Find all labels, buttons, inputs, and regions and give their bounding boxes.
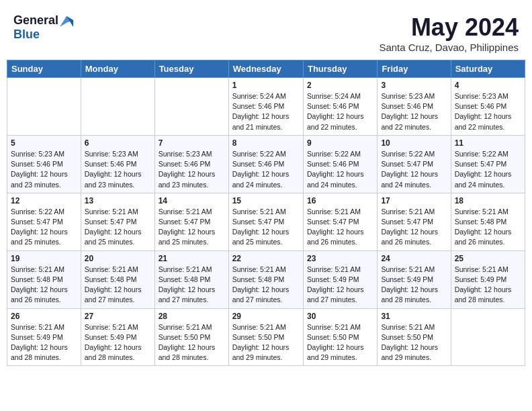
day-info: Sunrise: 5:24 AM Sunset: 5:46 PM Dayligh…: [232, 91, 300, 132]
calendar-cell: [81, 78, 154, 136]
day-number: 31: [381, 312, 447, 321]
location: Santa Cruz, Davao, Philippines: [379, 42, 519, 53]
calendar-week-row: 5Sunrise: 5:23 AM Sunset: 5:46 PM Daylig…: [7, 135, 525, 193]
calendar-cell: 2Sunrise: 5:24 AM Sunset: 5:46 PM Daylig…: [303, 78, 377, 136]
calendar-cell: 31Sunrise: 5:21 AM Sunset: 5:50 PM Dayli…: [378, 308, 451, 366]
calendar-cell: 30Sunrise: 5:21 AM Sunset: 5:50 PM Dayli…: [303, 308, 377, 366]
weekday-header: Friday: [378, 60, 451, 78]
calendar-cell: 22Sunrise: 5:21 AM Sunset: 5:48 PM Dayli…: [228, 250, 303, 308]
day-number: 25: [455, 254, 521, 263]
calendar-cell: 10Sunrise: 5:22 AM Sunset: 5:47 PM Dayli…: [378, 135, 451, 193]
weekday-header: Wednesday: [228, 60, 303, 78]
logo-bird-icon: [60, 16, 73, 27]
day-number: 16: [307, 196, 373, 205]
day-number: 3: [381, 81, 447, 90]
day-number: 30: [307, 312, 373, 321]
day-number: 11: [455, 138, 521, 148]
day-info: Sunrise: 5:21 AM Sunset: 5:49 PM Dayligh…: [11, 322, 77, 363]
calendar-cell: 7Sunrise: 5:23 AM Sunset: 5:46 PM Daylig…: [154, 135, 228, 193]
day-number: 2: [307, 81, 373, 90]
page-header: General Blue May 2024 Santa Cruz, Davao,…: [7, 7, 525, 56]
calendar-table: SundayMondayTuesdayWednesdayThursdayFrid…: [7, 60, 525, 366]
day-info: Sunrise: 5:21 AM Sunset: 5:49 PM Dayligh…: [455, 265, 521, 306]
day-info: Sunrise: 5:21 AM Sunset: 5:50 PM Dayligh…: [232, 322, 300, 363]
day-info: Sunrise: 5:23 AM Sunset: 5:46 PM Dayligh…: [455, 91, 521, 132]
day-info: Sunrise: 5:21 AM Sunset: 5:48 PM Dayligh…: [159, 265, 225, 306]
day-number: 12: [11, 196, 77, 205]
weekday-header: Saturday: [451, 60, 525, 78]
calendar-cell: 1Sunrise: 5:24 AM Sunset: 5:46 PM Daylig…: [228, 78, 303, 136]
logo-general-text: General: [13, 13, 58, 28]
day-number: 22: [232, 254, 300, 263]
day-number: 18: [455, 196, 521, 205]
calendar-week-row: 12Sunrise: 5:22 AM Sunset: 5:47 PM Dayli…: [7, 193, 525, 250]
day-number: 17: [381, 196, 447, 205]
calendar-cell: 11Sunrise: 5:22 AM Sunset: 5:47 PM Dayli…: [451, 135, 525, 193]
calendar-cell: 25Sunrise: 5:21 AM Sunset: 5:49 PM Dayli…: [451, 250, 525, 308]
day-info: Sunrise: 5:21 AM Sunset: 5:47 PM Dayligh…: [307, 207, 373, 248]
weekday-header: Sunday: [7, 60, 81, 78]
day-info: Sunrise: 5:23 AM Sunset: 5:46 PM Dayligh…: [381, 91, 447, 132]
calendar-cell: 28Sunrise: 5:21 AM Sunset: 5:50 PM Dayli…: [154, 308, 228, 366]
day-info: Sunrise: 5:24 AM Sunset: 5:46 PM Dayligh…: [307, 91, 373, 132]
calendar-cell: 21Sunrise: 5:21 AM Sunset: 5:48 PM Dayli…: [154, 250, 228, 308]
logo: General Blue: [13, 13, 73, 42]
calendar-cell: 24Sunrise: 5:21 AM Sunset: 5:49 PM Dayli…: [378, 250, 451, 308]
month-title: May 2024: [379, 13, 519, 42]
day-number: 29: [232, 312, 300, 321]
day-info: Sunrise: 5:21 AM Sunset: 5:48 PM Dayligh…: [11, 265, 77, 306]
calendar-cell: 5Sunrise: 5:23 AM Sunset: 5:46 PM Daylig…: [7, 135, 81, 193]
calendar-cell: 26Sunrise: 5:21 AM Sunset: 5:49 PM Dayli…: [7, 308, 81, 366]
day-info: Sunrise: 5:21 AM Sunset: 5:50 PM Dayligh…: [307, 322, 373, 363]
day-info: Sunrise: 5:21 AM Sunset: 5:49 PM Dayligh…: [381, 265, 447, 306]
calendar-cell: 9Sunrise: 5:22 AM Sunset: 5:46 PM Daylig…: [303, 135, 377, 193]
day-info: Sunrise: 5:21 AM Sunset: 5:47 PM Dayligh…: [232, 207, 300, 248]
calendar-cell: 8Sunrise: 5:22 AM Sunset: 5:46 PM Daylig…: [228, 135, 303, 193]
day-number: 4: [455, 81, 521, 90]
day-number: 21: [159, 254, 225, 263]
calendar-cell: 18Sunrise: 5:21 AM Sunset: 5:48 PM Dayli…: [451, 193, 525, 250]
calendar-cell: 19Sunrise: 5:21 AM Sunset: 5:48 PM Dayli…: [7, 250, 81, 308]
title-area: May 2024 Santa Cruz, Davao, Philippines: [379, 13, 519, 53]
day-number: 20: [85, 254, 151, 263]
day-number: 26: [11, 312, 77, 321]
day-info: Sunrise: 5:22 AM Sunset: 5:47 PM Dayligh…: [455, 149, 521, 190]
calendar-cell: 6Sunrise: 5:23 AM Sunset: 5:46 PM Daylig…: [81, 135, 154, 193]
calendar-cell: 23Sunrise: 5:21 AM Sunset: 5:49 PM Dayli…: [303, 250, 377, 308]
day-info: Sunrise: 5:21 AM Sunset: 5:48 PM Dayligh…: [455, 207, 521, 248]
day-info: Sunrise: 5:22 AM Sunset: 5:46 PM Dayligh…: [232, 149, 300, 190]
calendar-cell: [451, 308, 525, 366]
calendar-cell: 16Sunrise: 5:21 AM Sunset: 5:47 PM Dayli…: [303, 193, 377, 250]
day-number: 8: [232, 138, 300, 148]
calendar-cell: 17Sunrise: 5:21 AM Sunset: 5:47 PM Dayli…: [378, 193, 451, 250]
weekday-header: Tuesday: [154, 60, 228, 78]
day-info: Sunrise: 5:23 AM Sunset: 5:46 PM Dayligh…: [11, 149, 77, 190]
calendar-cell: 20Sunrise: 5:21 AM Sunset: 5:48 PM Dayli…: [81, 250, 154, 308]
day-info: Sunrise: 5:21 AM Sunset: 5:48 PM Dayligh…: [85, 265, 151, 306]
weekday-header-row: SundayMondayTuesdayWednesdayThursdayFrid…: [7, 60, 525, 78]
day-number: 15: [232, 196, 300, 205]
calendar-cell: [7, 78, 81, 136]
day-info: Sunrise: 5:22 AM Sunset: 5:47 PM Dayligh…: [11, 207, 77, 248]
day-info: Sunrise: 5:23 AM Sunset: 5:46 PM Dayligh…: [85, 149, 151, 190]
calendar-cell: 3Sunrise: 5:23 AM Sunset: 5:46 PM Daylig…: [378, 78, 451, 136]
day-info: Sunrise: 5:22 AM Sunset: 5:46 PM Dayligh…: [307, 149, 373, 190]
calendar-cell: 29Sunrise: 5:21 AM Sunset: 5:50 PM Dayli…: [228, 308, 303, 366]
day-number: 28: [159, 312, 225, 321]
weekday-header: Thursday: [303, 60, 377, 78]
weekday-header: Monday: [81, 60, 154, 78]
day-info: Sunrise: 5:21 AM Sunset: 5:49 PM Dayligh…: [85, 322, 151, 363]
calendar-cell: 14Sunrise: 5:21 AM Sunset: 5:47 PM Dayli…: [154, 193, 228, 250]
day-number: 14: [159, 196, 225, 205]
day-info: Sunrise: 5:21 AM Sunset: 5:48 PM Dayligh…: [232, 265, 300, 306]
day-info: Sunrise: 5:21 AM Sunset: 5:50 PM Dayligh…: [159, 322, 225, 363]
calendar-cell: 27Sunrise: 5:21 AM Sunset: 5:49 PM Dayli…: [81, 308, 154, 366]
calendar-cell: 4Sunrise: 5:23 AM Sunset: 5:46 PM Daylig…: [451, 78, 525, 136]
day-number: 19: [11, 254, 77, 263]
day-info: Sunrise: 5:21 AM Sunset: 5:49 PM Dayligh…: [307, 265, 373, 306]
day-number: 9: [307, 138, 373, 148]
day-number: 5: [11, 138, 77, 148]
day-number: 24: [381, 254, 447, 263]
day-info: Sunrise: 5:21 AM Sunset: 5:47 PM Dayligh…: [85, 207, 151, 248]
calendar-cell: 13Sunrise: 5:21 AM Sunset: 5:47 PM Dayli…: [81, 193, 154, 250]
